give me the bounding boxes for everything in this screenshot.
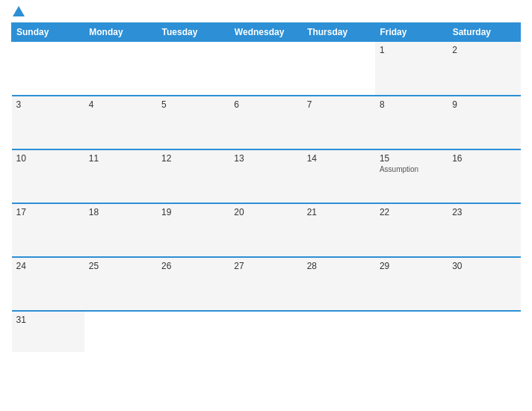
calendar-cell: 9	[448, 96, 520, 149]
calendar-cell: 28	[303, 257, 375, 311]
calendar-cell: 3	[12, 96, 84, 149]
date-number: 18	[89, 207, 152, 217]
date-number: 4	[89, 99, 152, 110]
date-number: 11	[89, 153, 152, 164]
calendar-cell: 11	[84, 149, 157, 203]
calendar-cell: 29	[375, 257, 448, 311]
calendar-cell: 17	[12, 203, 84, 257]
date-number: 26	[161, 261, 225, 271]
calendar-cell	[229, 42, 302, 96]
date-number: 7	[307, 99, 371, 110]
calendar-header	[11, 7, 521, 16]
date-number: 1	[380, 45, 443, 55]
calendar-cell: 23	[448, 203, 520, 257]
calendar-cell: 22	[375, 203, 448, 257]
date-number: 10	[16, 153, 80, 164]
date-number: 25	[89, 261, 152, 271]
day-header-monday: Monday	[84, 23, 157, 42]
calendar-cell: 27	[229, 257, 302, 311]
week-row-3: 101112131415Assumption16	[12, 149, 521, 203]
calendar-cell	[12, 42, 84, 96]
calendar-cell: 24	[12, 257, 84, 311]
calendar-cell: 12	[157, 149, 229, 203]
calendar-cell: 5	[157, 96, 229, 149]
calendar-cell	[84, 311, 157, 352]
calendar-cell: 16	[448, 149, 520, 203]
calendar-container: SundayMondayTuesdayWednesdayThursdayFrid…	[0, 0, 532, 411]
date-number: 31	[16, 315, 80, 325]
week-row-4: 17181920212223	[12, 203, 521, 257]
logo-triangle-icon	[13, 6, 25, 16]
date-number: 14	[307, 153, 371, 164]
date-number: 5	[161, 99, 225, 110]
day-header-thursday: Thursday	[303, 23, 375, 42]
date-number: 12	[161, 153, 225, 164]
date-number: 20	[234, 207, 297, 217]
date-number: 22	[380, 207, 443, 217]
week-row-5: 24252627282930	[12, 257, 521, 311]
date-number: 24	[16, 261, 80, 271]
calendar-cell: 15Assumption	[375, 149, 448, 203]
date-number: 19	[161, 207, 225, 217]
week-row-1: 12	[12, 42, 521, 96]
calendar-cell: 21	[303, 203, 375, 257]
calendar-cell: 1	[375, 42, 448, 96]
calendar-cell: 8	[375, 96, 448, 149]
date-number: 30	[452, 261, 516, 271]
calendar-cell	[303, 42, 375, 96]
day-header-saturday: Saturday	[448, 23, 520, 42]
calendar-cell: 30	[448, 257, 520, 311]
day-header-wednesday: Wednesday	[229, 23, 302, 42]
calendar-cell: 7	[303, 96, 375, 149]
calendar-cell: 20	[229, 203, 302, 257]
calendar-cell: 10	[12, 149, 84, 203]
date-number: 17	[16, 207, 80, 217]
days-header-row: SundayMondayTuesdayWednesdayThursdayFrid…	[12, 23, 521, 42]
date-number: 15	[380, 153, 443, 164]
holiday-label: Assumption	[380, 165, 443, 173]
date-number: 9	[452, 99, 516, 110]
logo	[11, 7, 25, 16]
day-header-tuesday: Tuesday	[157, 23, 229, 42]
date-number: 2	[452, 45, 516, 55]
calendar-cell: 13	[229, 149, 302, 203]
calendar-cell	[157, 311, 229, 352]
calendar-cell: 19	[157, 203, 229, 257]
date-number: 21	[307, 207, 371, 217]
calendar-cell: 4	[84, 96, 157, 149]
calendar-cell	[448, 311, 520, 352]
day-header-friday: Friday	[375, 23, 448, 42]
date-number: 6	[234, 99, 297, 110]
calendar-cell: 2	[448, 42, 520, 96]
date-number: 29	[380, 261, 443, 271]
calendar-cell	[303, 311, 375, 352]
calendar-table: SundayMondayTuesdayWednesdayThursdayFrid…	[11, 22, 521, 352]
date-number: 23	[452, 207, 516, 217]
calendar-cell	[229, 311, 302, 352]
date-number: 28	[307, 261, 371, 271]
calendar-cell	[157, 42, 229, 96]
date-number: 27	[234, 261, 297, 271]
date-number: 13	[234, 153, 297, 164]
week-row-6: 31	[12, 311, 521, 352]
date-number: 3	[16, 99, 80, 110]
calendar-cell	[375, 311, 448, 352]
calendar-cell	[84, 42, 157, 96]
day-header-sunday: Sunday	[12, 23, 84, 42]
calendar-cell: 31	[12, 311, 84, 352]
calendar-cell: 18	[84, 203, 157, 257]
calendar-cell: 25	[84, 257, 157, 311]
week-row-2: 3456789	[12, 96, 521, 149]
calendar-cell: 26	[157, 257, 229, 311]
calendar-cell: 14	[303, 149, 375, 203]
date-number: 16	[452, 153, 516, 164]
calendar-cell: 6	[229, 96, 302, 149]
date-number: 8	[380, 99, 443, 110]
